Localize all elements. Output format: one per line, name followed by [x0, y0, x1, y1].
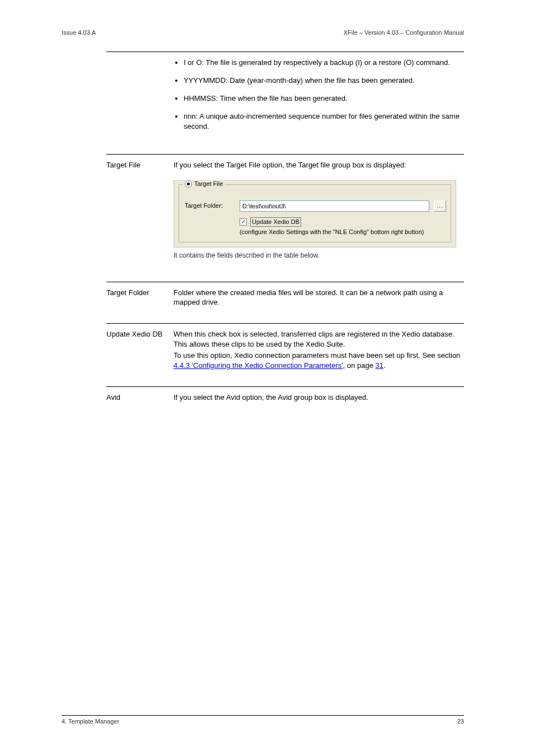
- footer-rule: [62, 715, 464, 716]
- section-body: If you select the Avid option, the Avid …: [174, 393, 464, 404]
- target-folder-row: Target Folder: ...: [185, 200, 446, 212]
- update-xedio-checkbox[interactable]: ✓: [240, 218, 247, 226]
- text-fragment: To use this option, Xedio connection par…: [174, 351, 460, 360]
- section-row: Avid If you select the Avid option, the …: [106, 393, 464, 404]
- section-label-update-xedio: Update Xedio DB: [106, 329, 174, 339]
- bullet-list: I or O: The file is generated by respect…: [174, 58, 464, 132]
- target-file-radio-label: Target File: [194, 180, 223, 188]
- section-rule: [106, 52, 464, 52]
- section-row: Update Xedio DB When this check box is s…: [106, 329, 464, 372]
- section-body: If you select the Target File option, th…: [174, 160, 464, 267]
- header-left: Issue 4.03.A: [62, 29, 96, 36]
- target-folder-input[interactable]: [240, 200, 429, 212]
- section-row: I or O: The file is generated by respect…: [106, 58, 464, 139]
- section-body: Folder where the created media files wil…: [174, 288, 464, 309]
- cross-reference-link[interactable]: 4.4.3 'Configuring the Xedio Connection …: [174, 361, 343, 370]
- section-row: Target Folder Folder where the created m…: [106, 288, 464, 309]
- update-xedio-row: ✓ Update Xedio DB: [240, 217, 446, 227]
- target-file-radio[interactable]: [185, 180, 192, 188]
- section-label-avid: Avid: [106, 393, 174, 403]
- list-item: HHMMSS: Time when the file has been gene…: [184, 94, 464, 104]
- list-item: YYYYMMDD: Date (year-month-day) when the…: [184, 76, 464, 86]
- section-rule: [106, 386, 464, 387]
- target-folder-label: Target Folder:: [185, 202, 235, 210]
- section-body: I or O: The file is generated by respect…: [174, 58, 464, 139]
- target-file-groupbox: Target File Target Folder: ... ✓ Update …: [179, 184, 451, 242]
- section-text-with-link: To use this option, Xedio connection par…: [174, 351, 464, 371]
- list-item: nnn: A unique auto-incremented sequence …: [184, 111, 464, 132]
- section-label-target-file: Target File: [106, 160, 174, 170]
- page-footer: 4. Template Manager 23: [62, 715, 464, 725]
- page: Issue 4.03.A XFile – Version 4.03 – Conf…: [0, 0, 534, 756]
- section-body: When this check box is selected, transfe…: [174, 329, 464, 372]
- section-rule: [106, 282, 464, 282]
- page-content: I or O: The file is generated by respect…: [106, 52, 464, 404]
- page-header: Issue 4.03.A XFile – Version 4.03 – Conf…: [62, 29, 464, 36]
- section-label-target-folder: Target Folder: [106, 288, 174, 298]
- footer-row: 4. Template Manager 23: [62, 718, 464, 725]
- xedio-hint: (configure Xedio Settings with the "NLE …: [240, 228, 446, 236]
- section-caption: It contains the fields described in the …: [174, 251, 464, 260]
- section-rule: [106, 154, 464, 155]
- target-file-legend: Target File: [182, 180, 225, 188]
- list-item: I or O: The file is generated by respect…: [184, 58, 464, 68]
- target-file-panel: Target File Target Folder: ... ✓ Update …: [174, 180, 456, 248]
- text-fragment: .: [383, 361, 386, 370]
- footer-page-number: 23: [457, 718, 464, 725]
- section-row: Target File If you select the Target Fil…: [106, 160, 464, 267]
- section-rule: [106, 323, 464, 324]
- page-number-link[interactable]: 31: [376, 361, 383, 370]
- browse-button[interactable]: ...: [434, 200, 446, 212]
- header-right: XFile – Version 4.03 – Configuration Man…: [344, 29, 464, 36]
- text-fragment: , on page: [343, 361, 376, 370]
- section-text: When this check box is selected, transfe…: [174, 329, 464, 349]
- section-text: Folder where the created media files wil…: [174, 288, 464, 308]
- section-intro: If you select the Target File option, th…: [174, 160, 464, 170]
- update-xedio-checkbox-label: Update Xedio DB: [250, 217, 301, 227]
- footer-left: 4. Template Manager: [62, 718, 119, 725]
- section-text: If you select the Avid option, the Avid …: [174, 393, 464, 403]
